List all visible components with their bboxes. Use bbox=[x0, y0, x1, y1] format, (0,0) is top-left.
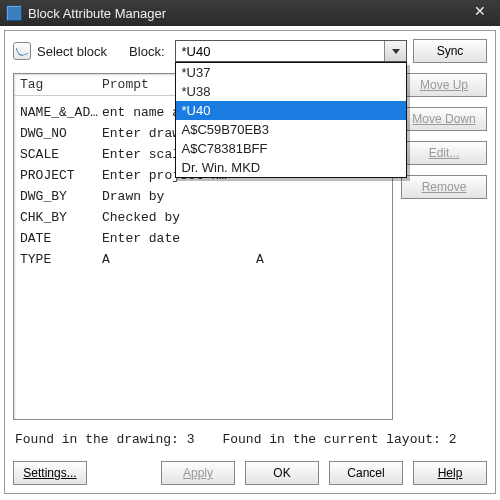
cell-prompt: A bbox=[102, 252, 252, 267]
window-title: Block Attribute Manager bbox=[28, 6, 466, 21]
select-block-label: Select block bbox=[37, 44, 107, 59]
block-combo-input[interactable] bbox=[176, 41, 385, 61]
block-label: Block: bbox=[129, 44, 164, 59]
cell-prompt: Checked by bbox=[102, 210, 252, 225]
cell-default bbox=[256, 210, 386, 225]
block-combo[interactable] bbox=[175, 40, 408, 62]
dialog-body: Select block Block: *U37*U38*U40A$C59B70… bbox=[4, 30, 496, 494]
help-button[interactable]: Help bbox=[413, 461, 487, 485]
dropdown-item[interactable]: *U38 bbox=[176, 82, 407, 101]
bottom-bar: Settings... Apply OK Cancel Help bbox=[13, 461, 487, 485]
close-button[interactable]: ✕ bbox=[466, 3, 494, 23]
cell-prompt: Enter date bbox=[102, 231, 252, 246]
dropdown-item[interactable]: *U40 bbox=[176, 101, 407, 120]
dropdown-item[interactable]: Dr. Win. MKD bbox=[176, 158, 407, 177]
status-in-layout: Found in the current layout: 2 bbox=[222, 432, 456, 447]
cell-tag: PROJECT bbox=[20, 168, 98, 183]
cell-tag: CHK_BY bbox=[20, 210, 98, 225]
cell-tag: DATE bbox=[20, 231, 98, 246]
col-header-tag[interactable]: Tag bbox=[20, 77, 98, 92]
dropdown-item[interactable]: *U37 bbox=[176, 63, 407, 82]
table-row[interactable]: DATEEnter date bbox=[14, 228, 392, 249]
status-in-drawing: Found in the drawing: 3 bbox=[15, 432, 194, 447]
dropdown-item[interactable]: A$C59B70EB3 bbox=[176, 120, 407, 139]
block-combo-button[interactable] bbox=[384, 41, 406, 61]
move-up-button[interactable]: Move Up bbox=[401, 73, 487, 97]
top-row: Select block Block: *U37*U38*U40A$C59B70… bbox=[13, 39, 487, 63]
app-icon bbox=[6, 5, 22, 21]
edit-button[interactable]: Edit... bbox=[401, 141, 487, 165]
sync-button[interactable]: Sync bbox=[413, 39, 487, 63]
cell-default bbox=[256, 189, 386, 204]
side-buttons: Move Up Move Down Edit... Remove bbox=[401, 73, 487, 420]
dropdown-item[interactable]: A$C78381BFF bbox=[176, 139, 407, 158]
cell-default bbox=[256, 231, 386, 246]
cell-default: A bbox=[256, 252, 386, 267]
table-row[interactable]: CHK_BYChecked by bbox=[14, 207, 392, 228]
block-dropdown[interactable]: *U37*U38*U40A$C59B70EB3A$C78381BFFDr. Wi… bbox=[175, 62, 408, 178]
cell-tag: SCALE bbox=[20, 147, 98, 162]
apply-button[interactable]: Apply bbox=[161, 461, 235, 485]
cell-tag: TYPE bbox=[20, 252, 98, 267]
table-row[interactable]: TYPEAA bbox=[14, 249, 392, 270]
ok-button[interactable]: OK bbox=[245, 461, 319, 485]
titlebar: Block Attribute Manager ✕ bbox=[0, 0, 500, 26]
cell-tag: NAME_&_AD… bbox=[20, 105, 98, 120]
chevron-down-icon bbox=[392, 49, 400, 54]
cancel-button[interactable]: Cancel bbox=[329, 461, 403, 485]
cell-prompt: Drawn by bbox=[102, 189, 252, 204]
table-row[interactable]: DWG_BYDrawn by bbox=[14, 186, 392, 207]
settings-button[interactable]: Settings... bbox=[13, 461, 87, 485]
status-row: Found in the drawing: 3 Found in the cur… bbox=[13, 428, 487, 451]
remove-button[interactable]: Remove bbox=[401, 175, 487, 199]
move-down-button[interactable]: Move Down bbox=[401, 107, 487, 131]
cell-tag: DWG_NO bbox=[20, 126, 98, 141]
select-block-icon[interactable] bbox=[13, 42, 31, 60]
block-combo-wrap: *U37*U38*U40A$C59B70EB3A$C78381BFFDr. Wi… bbox=[175, 40, 408, 62]
cell-tag: DWG_BY bbox=[20, 189, 98, 204]
